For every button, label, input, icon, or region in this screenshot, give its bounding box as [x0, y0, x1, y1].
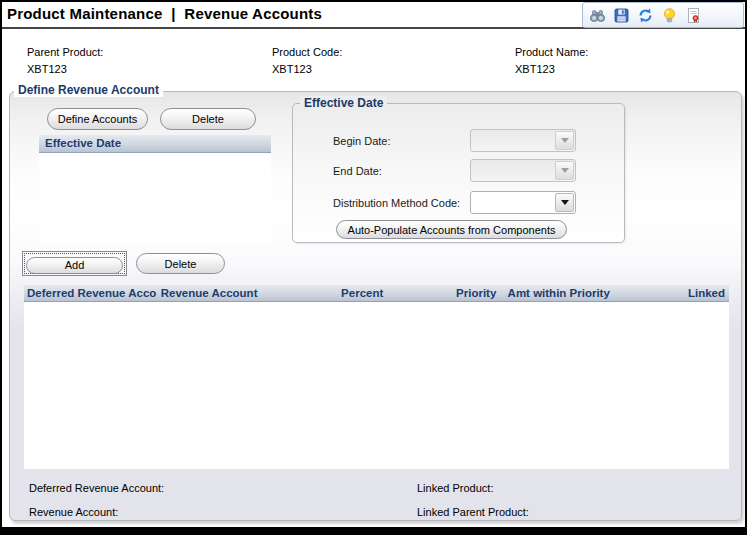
refresh-icon[interactable] — [637, 7, 654, 24]
app-window: Product Maintenance | Revenue Accounts — [0, 0, 747, 535]
add-button-focus-frame: Add — [22, 251, 127, 276]
product-name-value: XBT123 — [515, 63, 588, 75]
begin-date-label: Begin Date: — [333, 135, 390, 147]
linked-parent-product-label: Linked Parent Product: — [417, 506, 529, 518]
end-date-chevron-down-icon[interactable] — [555, 161, 574, 180]
effective-date-delete-button[interactable]: Delete — [160, 108, 256, 130]
toolbar — [582, 2, 744, 28]
distribution-method-chevron-down-icon[interactable] — [555, 193, 574, 212]
distribution-method-code-label: Distribution Method Code: — [333, 197, 460, 209]
define-revenue-account-panel: Define Revenue Account Define Accounts D… — [9, 91, 742, 521]
product-name-label: Product Name: — [515, 46, 588, 58]
col-linked: Linked — [688, 287, 729, 299]
add-button[interactable]: Add — [26, 257, 123, 274]
find-binoculars-icon[interactable] — [589, 7, 606, 24]
add-button-focus-dotted: Add — [24, 253, 125, 274]
auto-populate-accounts-button[interactable]: Auto-Populate Accounts from Components — [336, 220, 567, 239]
col-priority: Priority — [456, 287, 508, 299]
end-date-label: End Date: — [333, 165, 382, 177]
revenue-account-label: Revenue Account: — [29, 506, 118, 518]
accounts-table-header: Deferred Revenue Acco Revenue Account Pe… — [24, 285, 729, 302]
product-code-value: XBT123 — [272, 63, 342, 75]
title-bar: Product Maintenance | Revenue Accounts — [2, 2, 745, 29]
parent-product-label: Parent Product: — [27, 46, 103, 58]
begin-date-chevron-down-icon[interactable] — [555, 131, 574, 150]
parent-product-field: Parent Product: XBT123 — [27, 46, 103, 75]
pdf-report-icon[interactable] — [685, 7, 702, 24]
effective-date-group: Effective Date Begin Date: End Date: Dis… — [292, 103, 625, 243]
bottom-divider-bar — [2, 527, 745, 533]
page-title: Product Maintenance | Revenue Accounts — [7, 5, 322, 22]
effective-date-list-header: Effective Date — [39, 135, 271, 153]
product-name-field: Product Name: XBT123 — [515, 46, 588, 75]
col-percent: Percent — [341, 287, 456, 299]
accounts-table-body — [24, 302, 729, 469]
deferred-revenue-account-label: Deferred Revenue Account: — [29, 482, 164, 494]
save-icon[interactable] — [613, 7, 630, 24]
distribution-method-code-dropdown[interactable] — [470, 191, 576, 214]
effective-date-list: Effective Date — [39, 135, 271, 243]
effective-date-group-legend: Effective Date — [300, 96, 387, 110]
tip-bulb-icon[interactable] — [661, 7, 678, 24]
end-date-dropdown[interactable] — [470, 159, 576, 182]
col-revenue-account: Revenue Account — [161, 287, 341, 299]
col-deferred-revenue-account: Deferred Revenue Acco — [24, 287, 161, 299]
define-accounts-button[interactable]: Define Accounts — [47, 108, 148, 130]
account-delete-button[interactable]: Delete — [136, 253, 225, 274]
col-amt-within-priority: Amt within Priority — [508, 287, 688, 299]
parent-product-value: XBT123 — [27, 63, 103, 75]
effective-date-list-body — [39, 153, 271, 243]
product-code-field: Product Code: XBT123 — [272, 46, 342, 75]
product-code-label: Product Code: — [272, 46, 342, 58]
linked-product-label: Linked Product: — [417, 482, 493, 494]
define-revenue-account-legend: Define Revenue Account — [14, 83, 163, 97]
begin-date-dropdown[interactable] — [470, 129, 576, 152]
